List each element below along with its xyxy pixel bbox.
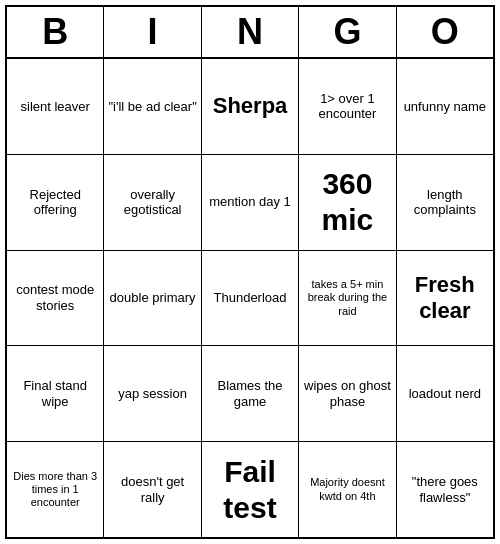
bingo-letter-b: B — [7, 7, 104, 57]
bingo-cell-4-3: Majority doesnt kwtd on 4th — [299, 442, 396, 537]
bingo-cell-2-1: double primary — [104, 251, 201, 346]
bingo-row-2: contest mode storiesdouble primaryThunde… — [7, 251, 493, 347]
bingo-cell-1-1: overally egotistical — [104, 155, 201, 250]
bingo-card: BINGO silent leaver"i'll be ad clear"She… — [5, 5, 495, 539]
bingo-cell-3-2: Blames the game — [202, 346, 299, 441]
bingo-cell-0-3: 1> over 1 encounter — [299, 59, 396, 154]
bingo-letter-o: O — [397, 7, 493, 57]
bingo-letter-n: N — [202, 7, 299, 57]
bingo-cell-0-2: Sherpa — [202, 59, 299, 154]
bingo-cell-4-4: "there goes flawless" — [397, 442, 493, 537]
bingo-cell-3-4: loadout nerd — [397, 346, 493, 441]
bingo-cell-4-2: Fail test — [202, 442, 299, 537]
bingo-cell-4-0: Dies more than 3 times in 1 encounter — [7, 442, 104, 537]
bingo-cell-1-4: length complaints — [397, 155, 493, 250]
bingo-letter-g: G — [299, 7, 396, 57]
bingo-cell-3-1: yap session — [104, 346, 201, 441]
bingo-row-1: Rejected offeringoverally egotisticalmen… — [7, 155, 493, 251]
bingo-cell-1-2: mention day 1 — [202, 155, 299, 250]
bingo-cell-3-3: wipes on ghost phase — [299, 346, 396, 441]
bingo-cell-2-0: contest mode stories — [7, 251, 104, 346]
bingo-cell-0-1: "i'll be ad clear" — [104, 59, 201, 154]
bingo-cell-2-3: takes a 5+ min break during the raid — [299, 251, 396, 346]
bingo-row-3: Final stand wipeyap sessionBlames the ga… — [7, 346, 493, 442]
bingo-cell-1-3: 360 mic — [299, 155, 396, 250]
bingo-cell-0-0: silent leaver — [7, 59, 104, 154]
bingo-cell-1-0: Rejected offering — [7, 155, 104, 250]
bingo-cell-2-2: Thunderload — [202, 251, 299, 346]
bingo-header: BINGO — [7, 7, 493, 59]
bingo-cell-4-1: doesn't get rally — [104, 442, 201, 537]
bingo-grid: silent leaver"i'll be ad clear"Sherpa1> … — [7, 59, 493, 537]
bingo-letter-i: I — [104, 7, 201, 57]
bingo-cell-0-4: unfunny name — [397, 59, 493, 154]
bingo-cell-2-4: Fresh clear — [397, 251, 493, 346]
bingo-row-0: silent leaver"i'll be ad clear"Sherpa1> … — [7, 59, 493, 155]
bingo-cell-3-0: Final stand wipe — [7, 346, 104, 441]
bingo-row-4: Dies more than 3 times in 1 encounterdoe… — [7, 442, 493, 537]
